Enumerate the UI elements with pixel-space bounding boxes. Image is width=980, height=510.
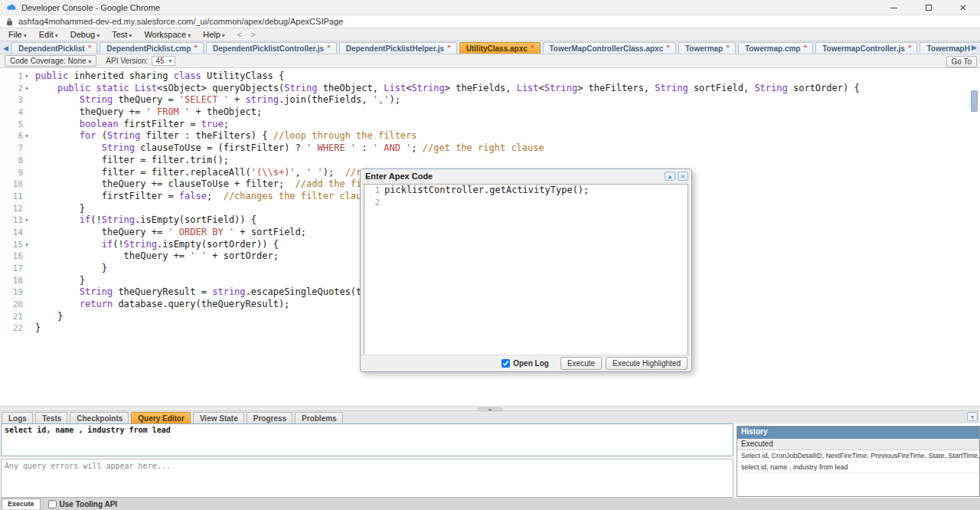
history-item[interactable]: select id, name , industry from lead [737,462,979,473]
tab-towermap[interactable]: Towermap× [678,42,736,54]
token: theQuery += [124,250,191,261]
tab-close-icon[interactable]: × [726,43,730,50]
fold-arrow-icon[interactable]: ▾ [23,214,31,227]
token: List [384,83,406,93]
fold-arrow-icon[interactable]: ▾ [23,130,31,142]
panel-splitter[interactable] [0,406,980,411]
tab-towermapcontroller-js[interactable]: TowermapController.js× [815,42,917,54]
token: String [754,83,787,93]
maximize-button[interactable] [911,0,946,15]
tab-dependentpicklist-cmp[interactable]: DependentPicklist.cmp× [100,42,204,54]
history-executed-row[interactable]: Executed [737,439,979,450]
line-number: 7 [18,142,23,155]
token: theObject, [318,83,384,93]
tab-towermapcontrollerclass-apxc[interactable]: TowerMapControllerClass.apxc× [543,42,676,54]
line-number: 12 [13,203,23,215]
tab-close-icon[interactable]: × [327,43,331,50]
tab-towermap-cmp[interactable]: Towermap.cmp× [738,42,813,54]
tab-label: Checkpoints [77,414,122,423]
editor-toolbar: Code Coverage: None ▾ API Version: 45▾ G… [0,54,980,68]
url-bar[interactable]: ashfaq4mohammed-dev-ed.my.salesforce.com… [0,15,980,28]
nav-back-button[interactable]: < [233,31,247,39]
tab-utilityclass-apxc[interactable]: UtilityClass.apxc× [459,42,541,54]
query-input[interactable]: select id, name , industry from lead [1,423,733,456]
nav-forward-button[interactable]: > [247,31,260,39]
fold-arrow-icon[interactable]: ▾ [23,83,31,95]
tab-query-editor[interactable]: Query Editor [131,412,191,423]
menu-item-label: Test [112,30,127,39]
tab-label: View State [200,414,238,423]
line-number: 19 [13,286,23,299]
execute-button[interactable]: Execute [560,357,602,370]
tab-close-icon[interactable]: × [88,43,92,50]
minimize-button[interactable] [877,0,911,15]
code-coverage-dropdown[interactable]: Code Coverage: None ▾ [5,55,96,67]
token: if [80,214,90,225]
tab-dependentpicklistcontroller-js[interactable]: DependentPicklistController.js× [206,42,337,54]
token: } [80,275,85,286]
api-version-select[interactable]: 45▾ [152,56,175,66]
fold-arrow-icon[interactable]: ▾ [23,70,31,83]
token: ); [323,167,345,178]
tab-close-icon[interactable]: × [908,43,912,50]
menu-item-workspace[interactable]: Workspace▾ [139,30,195,39]
line-gutter: 21 [0,311,32,323]
token: : [356,142,373,153]
code-line[interactable]: 8 filter = filter.trim(); [0,155,980,167]
tab-label: UtilityClass.apxc [466,44,528,53]
tab-scroll-right-icon[interactable]: ▶ [970,44,980,53]
token: ' ' [306,167,323,178]
fold-arrow-icon[interactable]: ▾ [23,239,31,251]
menu-item-edit[interactable]: Edit▾ [34,30,63,39]
line-number: 21 [13,311,23,323]
query-execute-button[interactable]: Execute [2,499,41,509]
tab-problems[interactable]: Problems [295,412,343,423]
tab-logs[interactable]: Logs [2,412,33,423]
code-line[interactable]: 3 String theQuery = 'SELECT ' + string.j… [0,94,980,106]
code-line[interactable]: 1▾public inherited sharing class Utility… [0,70,980,83]
code-line[interactable]: 2▾ public static List<sObject> queryObje… [0,83,980,95]
apex-code-line[interactable]: 2 [364,197,688,209]
tab-close-icon[interactable]: × [666,43,670,50]
tab-view-state[interactable]: View State [193,412,244,423]
tab-tests[interactable]: Tests [35,412,67,423]
dialog-close-icon[interactable]: ✕ [678,172,688,181]
line-number: 2 [364,197,384,209]
tab-scroll-left-icon[interactable]: ◀ [2,44,11,54]
tab-progress[interactable]: Progress [247,412,292,423]
apex-code-line[interactable]: 1picklistController.getActivityType(); [364,185,688,197]
menu-item-file[interactable]: File▾ [4,30,31,39]
menu-item-help[interactable]: Help▾ [198,30,230,39]
code-line[interactable]: 5 boolean firstFilter = true; [0,119,980,131]
panel-collapse-icon[interactable]: ▾ [967,412,978,421]
editor-scrollbar-thumb[interactable] [971,90,978,112]
close-button[interactable]: ✕ [946,0,980,15]
line-number: 8 [18,155,23,167]
code-line[interactable]: 6▾ for (String filter : theFilters) { //… [0,130,980,142]
code-line[interactable]: 7 String clauseToUse = (firstFilter) ? '… [0,142,980,155]
tab-dependentpicklist[interactable]: DependentPicklist× [11,42,97,54]
token: String [102,142,135,153]
token: class [174,70,201,81]
tab-dependentpicklisthelper-js[interactable]: DependentPicklistHelper.js× [339,42,457,54]
open-log-checkbox[interactable] [501,359,510,368]
tab-close-icon[interactable]: × [803,43,807,50]
code-line[interactable]: 4 theQuery += ' FROM ' + theObject; [0,106,980,119]
dialog-collapse-icon[interactable]: ▲ [665,172,675,181]
tab-close-icon[interactable]: × [531,43,534,50]
history-item[interactable]: Select id, CronJobDetailID, NextFireTime… [737,450,979,462]
line-gutter: 11 [0,191,32,203]
execute-highlighted-button[interactable]: Execute Highlighted [606,357,688,370]
token: <sObject> queryObjects( [157,83,284,93]
line-gutter: 17 [0,263,32,275]
apex-code-input[interactable]: 1picklistController.getActivityType();2 [364,184,688,355]
dialog-header[interactable]: Enter Apex Code ▲ ✕ [361,169,691,182]
tab-checkpoints[interactable]: Checkpoints [70,412,129,423]
tab-close-icon[interactable]: × [194,43,198,50]
token: //changes the filter clause [224,191,373,201]
menu-item-test[interactable]: Test▾ [107,30,136,39]
menu-item-debug[interactable]: Debug▾ [66,30,104,39]
goto-button[interactable]: Go To [946,56,978,67]
tab-close-icon[interactable]: × [447,43,451,50]
use-tooling-api-checkbox[interactable] [48,500,57,508]
